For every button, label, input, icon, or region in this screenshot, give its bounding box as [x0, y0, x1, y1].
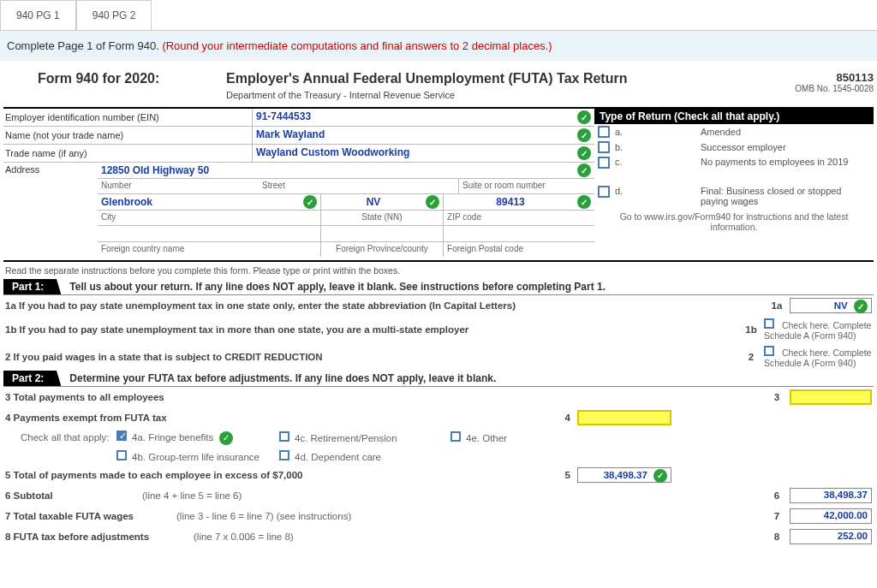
line-1a-value[interactable]: NV ✓ [790, 298, 872, 313]
line-7-sub: (line 3 - line 6 = line 7) (see instruct… [176, 511, 764, 521]
line-1b-num: 1b [738, 324, 764, 335]
checkbox-4a[interactable] [116, 431, 127, 441]
line-6-num: 6 [764, 490, 790, 501]
instructions-warning: (Round your intermediate computations an… [162, 39, 552, 52]
line-5-text: 5 Total of payments made to each employe… [5, 470, 450, 480]
type-return-header: Type of Return (Check all that apply.) [594, 109, 874, 124]
check-all-label: Check all that apply: [5, 432, 116, 442]
state-label: State (NN) [325, 211, 439, 224]
check-icon: ✓ [577, 163, 591, 177]
label-4e: 4e. Other [466, 433, 507, 443]
form-title: Form 940 for 2020: [3, 71, 226, 86]
fprov-label: Foreign Province/county [325, 243, 439, 256]
city-value[interactable]: Glenbrook✓ [101, 195, 317, 209]
line-1a-text: 1a If you had to pay state unemployment … [5, 300, 764, 311]
street-value[interactable]: 12850 Old Highway 50✓ [101, 163, 591, 177]
line-4-text: 4 Payments exempt from FUTA tax [5, 413, 450, 423]
checkbox-4e[interactable] [450, 431, 461, 442]
form-main-title: Employer's Annual Federal Unemployment (… [226, 71, 771, 86]
line-6-value[interactable]: 38,498.37 [790, 488, 872, 503]
line-3-text: 3 Total payments to all employees [5, 392, 764, 402]
line-5-num: 5 [565, 470, 570, 480]
instructions-banner: Complete Page 1 of Form 940. (Round your… [0, 31, 877, 61]
trade-value[interactable]: Wayland Custom Woodworking✓ [252, 145, 594, 162]
line-6-text: 6 Subtotal [5, 490, 142, 501]
line-4-num: 4 [565, 413, 570, 423]
ein-label: Employer identification number (EIN) [3, 110, 252, 124]
line-3-value[interactable] [790, 389, 872, 405]
part2-desc: Determine your FUTA tax before adjustmen… [61, 372, 496, 384]
check-icon: ✓ [577, 195, 591, 209]
tor-c: c. [615, 157, 632, 167]
tor-d: d. [615, 186, 632, 196]
part1-desc: Tell us about your return. If any line d… [61, 281, 606, 293]
form-department: Department of the Treasury - Internal Re… [226, 90, 771, 100]
trade-label: Trade name (if any) [3, 146, 252, 160]
check-icon: ✓ [577, 110, 591, 124]
line-8-value[interactable]: 252.00 [790, 529, 872, 544]
fprov-value[interactable] [325, 227, 439, 241]
fcountry-value[interactable] [101, 227, 317, 241]
check-icon: ✓ [577, 146, 591, 160]
checkbox-b[interactable] [598, 141, 610, 153]
number-label: Number [101, 180, 255, 193]
line-8-text: 8 FUTA tax before adjustments [5, 532, 194, 542]
check-icon: ✓ [219, 431, 233, 445]
tab-940-pg1[interactable]: 940 PG 1 [0, 0, 76, 30]
address-label: Address [3, 163, 98, 257]
irs-info: Go to www.irs.gov/Form940 for instructio… [594, 208, 874, 235]
state-value[interactable]: NV✓ [325, 195, 439, 209]
sequence-number: 850113 [771, 71, 874, 84]
line-7-num: 7 [764, 511, 790, 521]
label-4b: 4b. Group-term life insurance [132, 452, 260, 462]
check-icon: ✓ [854, 300, 868, 313]
line-2-num: 2 [738, 352, 764, 362]
checkbox-d[interactable] [598, 186, 610, 198]
ein-value[interactable]: 91-7444533✓ [252, 109, 594, 126]
omb-number: OMB No. 1545-0028 [771, 84, 874, 93]
tor-c-text: No payments to employees in 2019 [632, 157, 870, 167]
line-6-sub: (line 4 + line 5 = line 6) [142, 490, 764, 501]
line-8-num: 8 [764, 532, 790, 542]
part2-label: Part 2: [3, 371, 61, 386]
line-1b-checktext: Check here. Complete Schedule A (Form 94… [764, 320, 871, 341]
tor-a-text: Amended [632, 127, 870, 137]
checkbox-4c[interactable] [279, 431, 289, 442]
checkbox-2[interactable] [764, 346, 774, 356]
fpostal-label: Foreign Postal code [447, 243, 591, 256]
read-instructions: Read the separate instructions before yo… [3, 262, 874, 279]
check-icon: ✓ [653, 469, 667, 483]
line-7-value[interactable]: 42,000.00 [790, 508, 872, 524]
checkbox-1b[interactable] [764, 318, 774, 329]
city-label: City [101, 211, 317, 224]
zip-value[interactable]: 89413✓ [447, 195, 591, 209]
street-label: Street [262, 180, 455, 193]
tor-b: b. [615, 142, 632, 152]
checkbox-4b[interactable] [116, 450, 127, 460]
label-4c: 4c. Retirement/Pension [295, 433, 397, 443]
tor-a: a. [615, 127, 632, 137]
line-1b-text: 1b If you had to pay state unemployment … [5, 324, 738, 335]
zip-label: ZIP code [447, 211, 591, 224]
check-icon: ✓ [426, 195, 439, 209]
fpostal-value[interactable] [447, 227, 591, 241]
label-4d: 4d. Dependent care [295, 452, 381, 462]
tab-940-pg2[interactable]: 940 PG 2 [76, 0, 152, 30]
line-4-value[interactable] [577, 410, 671, 425]
line-2-checktext: Check here. Complete Schedule A (Form 94… [764, 347, 871, 368]
part1-label: Part 1: [3, 279, 61, 294]
checkbox-c[interactable] [598, 157, 610, 169]
tab-bar: 940 PG 1 940 PG 2 [0, 0, 877, 31]
line-8-sub: (line 7 x 0.006 = line 8) [194, 532, 764, 542]
check-icon: ✓ [577, 128, 591, 142]
line-2-text: 2 If you paid wages in a state that is s… [5, 352, 738, 362]
line-5-value[interactable]: 38,498.37 ✓ [577, 467, 671, 483]
line-1a-num: 1a [764, 300, 790, 311]
checkbox-a[interactable] [598, 126, 610, 138]
checkbox-4d[interactable] [279, 450, 289, 460]
instructions-text: Complete Page 1 of Form 940. [7, 39, 162, 52]
fcountry-label: Foreign country name [101, 243, 317, 256]
line-3-num: 3 [764, 392, 790, 402]
name-value[interactable]: Mark Wayland✓ [252, 127, 594, 144]
check-icon: ✓ [303, 195, 317, 209]
